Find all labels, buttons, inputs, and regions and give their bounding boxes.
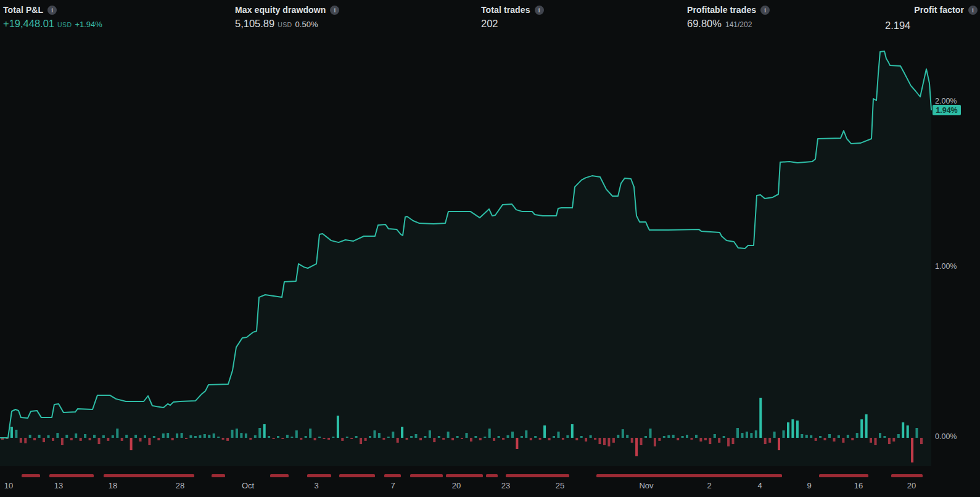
x-axis-tick-label[interactable]: 3	[314, 481, 318, 490]
trade-pnl-bar[interactable]	[185, 438, 187, 439]
trade-pnl-bar[interactable]	[217, 437, 220, 438]
trade-pnl-bar[interactable]	[865, 414, 868, 438]
trade-pnl-bar[interactable]	[879, 433, 881, 438]
trade-pnl-bar[interactable]	[819, 436, 821, 438]
trade-pnl-bar[interactable]	[121, 438, 123, 441]
trade-pnl-bar[interactable]	[907, 425, 909, 438]
trade-pnl-bar[interactable]	[295, 430, 298, 438]
trade-pnl-bar[interactable]	[341, 438, 344, 441]
trade-pnl-bar[interactable]	[870, 438, 872, 443]
trade-pnl-bar[interactable]	[695, 435, 698, 438]
trade-pnl-bar[interactable]	[838, 435, 840, 438]
trade-pnl-bar[interactable]	[805, 435, 808, 438]
trade-pnl-bar[interactable]	[43, 438, 45, 442]
trade-pnl-bar[interactable]	[355, 436, 358, 438]
trade-pnl-bar[interactable]	[10, 427, 13, 438]
trade-pnl-bar[interactable]	[286, 435, 289, 438]
trade-pnl-bar[interactable]	[787, 422, 789, 438]
trade-pnl-bar[interactable]	[447, 432, 450, 438]
trade-pnl-bar[interactable]	[571, 424, 574, 438]
trade-pnl-bar[interactable]	[856, 433, 859, 438]
trade-pnl-bar[interactable]	[525, 430, 527, 438]
trade-pnl-bar[interactable]	[273, 438, 275, 439]
trade-pnl-bar[interactable]	[442, 438, 445, 440]
trade-pnl-bar[interactable]	[461, 438, 463, 439]
trade-pnl-bar[interactable]	[488, 429, 491, 438]
trade-pnl-bar[interactable]	[392, 432, 394, 438]
trade-pnl-bar[interactable]	[566, 435, 569, 438]
trade-pnl-bar[interactable]	[337, 416, 339, 438]
trade-pnl-bar[interactable]	[558, 432, 560, 438]
trade-pnl-bar[interactable]	[15, 430, 17, 438]
x-axis-tick-label[interactable]: 28	[176, 481, 184, 490]
trade-pnl-bar[interactable]	[281, 438, 284, 439]
info-icon[interactable]: i	[47, 6, 57, 15]
trade-pnl-bar[interactable]	[575, 438, 578, 440]
trade-pnl-bar[interactable]	[162, 433, 165, 438]
trade-pnl-bar[interactable]	[93, 435, 96, 438]
trade-pnl-bar[interactable]	[842, 438, 844, 443]
trade-pnl-bar[interactable]	[847, 435, 849, 438]
trade-pnl-bar[interactable]	[112, 435, 114, 438]
trade-pnl-bar[interactable]	[539, 438, 541, 440]
equity-chart-svg[interactable]: 10131828Oct37202325Nov24916202.00%1.00%0…	[0, 0, 980, 497]
trade-pnl-bar[interactable]	[824, 438, 826, 440]
trade-pnl-bar[interactable]	[134, 435, 137, 438]
trade-pnl-bar[interactable]	[290, 437, 293, 438]
trade-pnl-bar[interactable]	[245, 433, 247, 438]
trade-pnl-bar[interactable]	[130, 438, 133, 450]
trade-pnl-bar[interactable]	[759, 398, 762, 438]
trade-pnl-bar[interactable]	[300, 438, 302, 440]
trade-pnl-bar[interactable]	[773, 432, 776, 438]
trade-pnl-bar[interactable]	[369, 436, 371, 438]
trade-pnl-bar[interactable]	[699, 438, 702, 442]
trade-pnl-bar[interactable]	[364, 438, 367, 441]
trade-pnl-bar[interactable]	[474, 436, 477, 438]
trade-pnl-bar[interactable]	[479, 438, 482, 440]
trade-pnl-bar[interactable]	[607, 438, 610, 446]
trade-pnl-bar[interactable]	[851, 438, 854, 440]
trade-pnl-bar[interactable]	[277, 436, 279, 438]
trade-pnl-bar[interactable]	[466, 433, 468, 438]
trade-pnl-bar[interactable]	[732, 438, 735, 444]
trade-pnl-bar[interactable]	[236, 429, 238, 438]
trade-pnl-bar[interactable]	[314, 438, 316, 440]
info-icon[interactable]: i	[760, 6, 770, 15]
trade-pnl-bar[interactable]	[507, 435, 509, 438]
trade-pnl-bar[interactable]	[38, 435, 41, 438]
trade-pnl-bar[interactable]	[778, 438, 780, 450]
trade-pnl-bar[interactable]	[98, 438, 101, 444]
trade-pnl-bar[interactable]	[456, 436, 459, 438]
trade-pnl-bar[interactable]	[181, 433, 183, 438]
x-axis-tick-label[interactable]: 7	[390, 481, 395, 490]
trade-pnl-bar[interactable]	[89, 438, 91, 440]
trade-pnl-bar[interactable]	[249, 438, 252, 440]
trade-pnl-bar[interactable]	[199, 435, 201, 438]
trade-pnl-bar[interactable]	[727, 438, 730, 446]
x-axis-tick-label[interactable]: 20	[452, 481, 461, 490]
trade-pnl-bar[interactable]	[828, 434, 831, 438]
trade-pnl-bar[interactable]	[350, 438, 353, 439]
trade-pnl-bar[interactable]	[714, 434, 716, 438]
x-axis-tick-label[interactable]: 25	[556, 481, 564, 490]
trade-pnl-bar[interactable]	[360, 438, 362, 444]
trade-pnl-bar[interactable]	[429, 430, 431, 438]
trade-pnl-bar[interactable]	[704, 438, 707, 440]
trade-pnl-bar[interactable]	[144, 435, 146, 438]
trade-pnl-bar[interactable]	[585, 438, 587, 442]
trade-pnl-bar[interactable]	[382, 438, 385, 440]
x-axis-tick-label[interactable]: 13	[54, 481, 63, 490]
x-axis-tick-label[interactable]: 18	[109, 481, 117, 490]
info-icon[interactable]: i	[330, 6, 339, 15]
x-axis-tick-label[interactable]: 20	[907, 481, 916, 490]
trade-pnl-bar[interactable]	[599, 438, 601, 444]
trade-pnl-bar[interactable]	[70, 438, 73, 440]
trade-pnl-bar[interactable]	[511, 432, 514, 438]
trade-pnl-bar[interactable]	[530, 438, 532, 440]
trade-pnl-bar[interactable]	[171, 438, 174, 440]
trade-pnl-bar[interactable]	[20, 438, 22, 443]
trade-pnl-bar[interactable]	[883, 436, 886, 438]
trade-pnl-bar[interactable]	[29, 435, 31, 438]
trade-pnl-bar[interactable]	[258, 428, 261, 438]
trade-pnl-bar[interactable]	[410, 436, 413, 438]
